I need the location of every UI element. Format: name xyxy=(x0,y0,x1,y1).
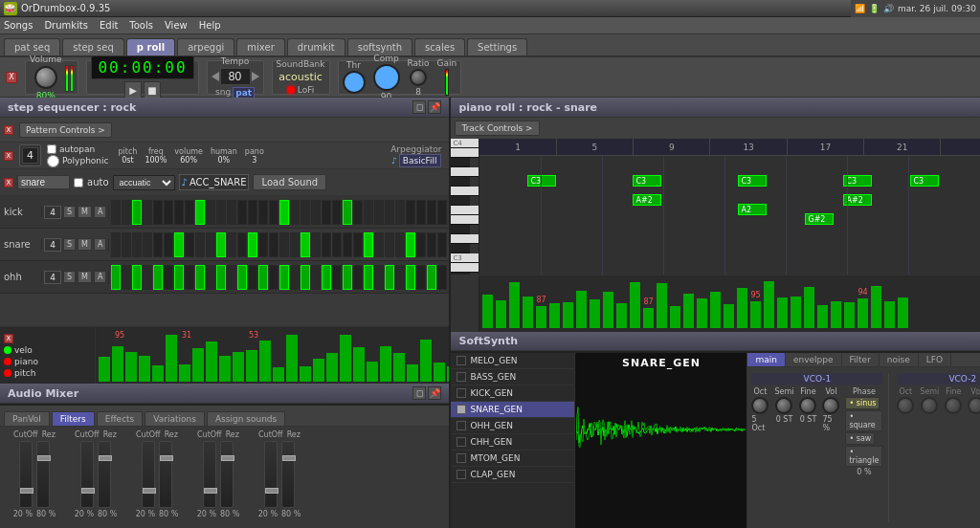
synth-tab-lfo[interactable]: LFO xyxy=(919,353,951,366)
play-btn[interactable]: ▶ xyxy=(124,81,142,99)
step-btn[interactable] xyxy=(332,232,342,257)
mixer-tab-filters[interactable]: Filters xyxy=(52,411,95,426)
gen-item-snare_gen[interactable]: SNARE_GEN xyxy=(451,402,574,418)
piano-key-A4[interactable] xyxy=(451,167,479,177)
vel-x-btn[interactable]: X xyxy=(4,334,13,343)
step-btn[interactable] xyxy=(153,265,163,290)
step-btn[interactable] xyxy=(132,232,142,257)
note-block[interactable]: C3 xyxy=(527,175,556,187)
step-btn[interactable] xyxy=(216,265,226,290)
step-btn[interactable] xyxy=(279,265,289,290)
step-btn[interactable] xyxy=(343,265,352,290)
tempo-up[interactable] xyxy=(252,72,259,81)
step-btn[interactable] xyxy=(385,200,394,225)
step-btn[interactable] xyxy=(311,200,321,225)
piano-key-F#4[interactable] xyxy=(451,196,470,206)
step-btn[interactable] xyxy=(395,200,405,225)
step-btn[interactable] xyxy=(227,265,236,290)
step-btn[interactable] xyxy=(185,200,194,225)
kick-m-btn[interactable]: M xyxy=(78,206,92,218)
step-btn[interactable] xyxy=(143,200,152,225)
step-btn[interactable] xyxy=(311,232,321,257)
note-block[interactable]: C3 xyxy=(910,175,939,187)
snare-m-btn[interactable]: M xyxy=(78,238,92,251)
mixer-tab-variations[interactable]: Variations xyxy=(145,411,205,426)
tab-p-roll[interactable]: p roll xyxy=(126,38,175,55)
step-btn[interactable] xyxy=(111,265,121,290)
step-btn[interactable] xyxy=(406,265,415,290)
step-btn[interactable] xyxy=(174,232,184,257)
step-btn[interactable] xyxy=(301,232,310,257)
step-btn[interactable] xyxy=(164,200,173,225)
instr-x-btn[interactable]: X xyxy=(4,178,13,187)
comp-knob[interactable] xyxy=(373,64,400,91)
gen-item-bass_gen[interactable]: BASS_GEN xyxy=(451,369,574,385)
step-btn[interactable] xyxy=(395,232,405,257)
ratio-knob[interactable] xyxy=(410,69,427,86)
step-btn[interactable] xyxy=(437,265,447,290)
step-btn[interactable] xyxy=(227,200,236,225)
gen-checkbox[interactable] xyxy=(457,453,466,463)
snare-s-btn[interactable]: S xyxy=(63,238,76,251)
gen-checkbox[interactable] xyxy=(457,388,466,398)
ch-fader1[interactable] xyxy=(264,441,278,508)
step-btn[interactable] xyxy=(416,265,426,290)
gen-checkbox[interactable] xyxy=(457,470,466,479)
wave-square[interactable]: • square xyxy=(845,410,882,431)
step-btn[interactable] xyxy=(353,200,363,225)
ch-fader1[interactable] xyxy=(142,441,155,508)
step-btn[interactable] xyxy=(195,265,205,290)
step-btn[interactable] xyxy=(227,232,236,257)
mixer-tab-panvol[interactable]: PanVol xyxy=(4,411,50,426)
step-btn[interactable] xyxy=(374,265,384,290)
step-btn[interactable] xyxy=(395,265,405,290)
autopan-checkbox[interactable] xyxy=(47,144,56,154)
x-button[interactable]: X xyxy=(6,72,17,83)
step-btn[interactable] xyxy=(269,232,278,257)
gen-checkbox[interactable] xyxy=(457,421,466,430)
mixer-expand[interactable]: ◻ xyxy=(412,386,426,400)
tab-scales[interactable]: scales xyxy=(414,38,465,55)
menu-view[interactable]: View xyxy=(165,20,188,31)
step-btn[interactable] xyxy=(174,200,184,225)
synth-tab-noise[interactable]: noise xyxy=(880,353,919,366)
tab-arpeggi[interactable]: arpeggi xyxy=(177,38,234,55)
step-btn[interactable] xyxy=(216,200,226,225)
gen-checkbox[interactable] xyxy=(457,372,466,382)
step-btn[interactable] xyxy=(437,232,447,257)
mixer-tab-effects[interactable]: Effects xyxy=(97,411,144,426)
step-btn[interactable] xyxy=(248,200,257,225)
piano-key-C#4[interactable] xyxy=(451,244,470,253)
piano-key-G4[interactable] xyxy=(451,187,479,196)
tab-mixer[interactable]: mixer xyxy=(236,38,284,55)
piano-key-B4[interactable] xyxy=(451,148,479,158)
ch-fader2[interactable] xyxy=(159,441,172,508)
note-block[interactable]: A#2 xyxy=(633,194,661,206)
step-btn[interactable] xyxy=(164,232,173,257)
gen-item-clap_gen[interactable]: CLAP_GEN xyxy=(451,467,574,483)
step-btn[interactable] xyxy=(353,232,363,257)
step-btn[interactable] xyxy=(164,265,173,290)
step-btn[interactable] xyxy=(416,232,426,257)
step-btn[interactable] xyxy=(322,265,331,290)
polyphonic-radio[interactable] xyxy=(47,155,59,167)
step-btn[interactable] xyxy=(322,232,331,257)
thr-knob[interactable] xyxy=(343,71,366,94)
vco1-vol-knob[interactable] xyxy=(822,397,839,414)
vco2-fine-knob[interactable] xyxy=(945,397,962,414)
synth-tab-envelope[interactable]: envelppe xyxy=(786,353,842,366)
piano-grid[interactable]: 159131721 C3C3C3C3C3A#2A#2A2G#2 xyxy=(479,139,980,275)
piano-key-A#4[interactable] xyxy=(451,158,470,167)
step-btn[interactable] xyxy=(364,232,373,257)
menu-songs[interactable]: Songs xyxy=(4,20,33,31)
step-btn[interactable] xyxy=(279,232,289,257)
step-btn[interactable] xyxy=(206,232,215,257)
step-btn[interactable] xyxy=(237,265,247,290)
step-btn[interactable] xyxy=(311,265,321,290)
step-btn[interactable] xyxy=(195,200,205,225)
step-btn[interactable] xyxy=(385,265,394,290)
vco2-oct-knob[interactable] xyxy=(897,397,914,414)
ch-fader2[interactable] xyxy=(220,441,234,508)
tab-settings[interactable]: Settings xyxy=(467,38,527,55)
step-btn[interactable] xyxy=(258,200,268,225)
